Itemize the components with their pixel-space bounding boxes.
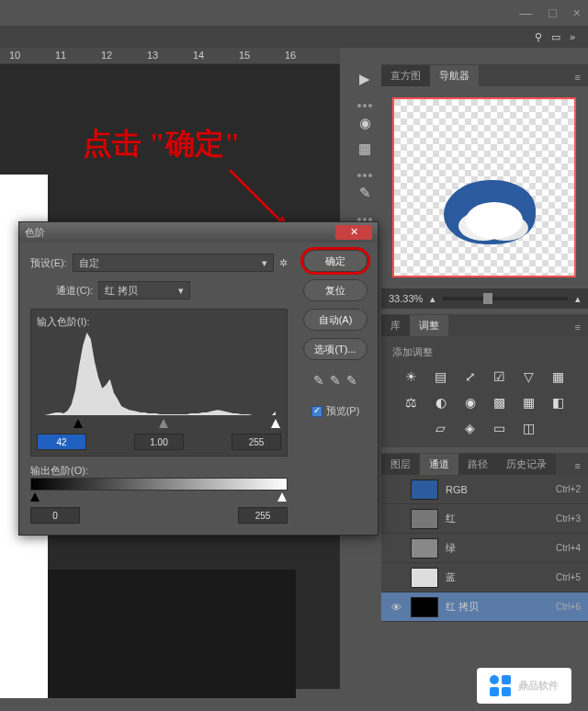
- lookup-icon[interactable]: ▦: [519, 394, 539, 411]
- channel-thumbnail: [411, 480, 438, 500]
- panel-menu-icon[interactable]: ≡: [568, 318, 588, 336]
- preview-checkbox[interactable]: [311, 406, 322, 417]
- channel-thumbnail: [411, 538, 438, 559]
- channel-row[interactable]: 红 Ctrl+3: [381, 504, 588, 534]
- preset-select[interactable]: 自定▾: [73, 254, 274, 272]
- dialog-title: 色阶: [25, 226, 45, 240]
- levels-icon[interactable]: ▤: [431, 368, 451, 385]
- ok-button[interactable]: 确定: [303, 250, 368, 272]
- adjustments-title: 添加调整: [392, 345, 577, 359]
- gear-icon[interactable]: ✲: [279, 257, 288, 269]
- dialog-close-button[interactable]: ✕: [335, 225, 372, 240]
- channel-name: 红 拷贝: [446, 600, 479, 614]
- channel-row[interactable]: 蓝 Ctrl+5: [381, 563, 588, 592]
- channel-thumbnail: [411, 597, 438, 617]
- histogram-chart: [37, 333, 281, 415]
- zoom-value: 33.33%: [389, 293, 423, 304]
- bw-icon[interactable]: ◐: [431, 394, 451, 411]
- tab-histogram[interactable]: 直方图: [381, 65, 430, 86]
- channel-row[interactable]: 绿 Ctrl+4: [381, 534, 588, 563]
- navigator-preview[interactable]: [381, 86, 588, 288]
- tab-channels[interactable]: 通道: [420, 454, 458, 475]
- zoom-in-icon[interactable]: ▴: [575, 293, 581, 305]
- watermark-text: 鼎品软件: [518, 679, 559, 693]
- hue-icon[interactable]: ▦: [548, 368, 569, 385]
- eyedropper-white-icon[interactable]: ✎: [346, 373, 357, 388]
- tab-paths[interactable]: 路径: [458, 454, 497, 475]
- color-icon[interactable]: ◉: [353, 113, 377, 133]
- input-black-value[interactable]: 42: [37, 434, 86, 450]
- channel-thumbnail: [411, 509, 438, 529]
- channel-shortcut: Ctrl+3: [556, 514, 581, 524]
- watermark: 鼎品软件: [477, 668, 571, 704]
- watermark-logo-icon: [490, 675, 511, 696]
- separator-dots: [357, 174, 372, 177]
- tab-adjustments[interactable]: 调整: [410, 315, 448, 336]
- output-white-slider[interactable]: [277, 492, 287, 502]
- reset-button[interactable]: 复位: [303, 279, 368, 301]
- output-black-value[interactable]: 0: [30, 507, 80, 524]
- eyedropper-black-icon[interactable]: ✎: [313, 373, 324, 388]
- eyedropper-gray-icon[interactable]: ✎: [330, 373, 341, 388]
- chevron-down-icon: ▾: [178, 285, 184, 297]
- input-mid-value[interactable]: 1.00: [134, 434, 184, 450]
- ruler-tick: 16: [285, 50, 296, 61]
- output-black-slider[interactable]: [30, 492, 40, 502]
- black-point-slider[interactable]: [74, 419, 83, 428]
- vibrance-icon[interactable]: ▽: [519, 368, 539, 385]
- channel-shortcut: Ctrl+5: [556, 572, 581, 582]
- search-icon[interactable]: ⚲: [535, 31, 542, 43]
- minimize-button[interactable]: —: [519, 6, 532, 20]
- play-icon[interactable]: ▶: [353, 69, 377, 89]
- balance-icon[interactable]: ⚖: [401, 394, 422, 411]
- channel-row[interactable]: 👁 红 拷贝 Ctrl+6: [381, 592, 588, 622]
- input-levels-label: 输入色阶(I):: [37, 315, 281, 329]
- separator-dots: [357, 104, 372, 107]
- mixer-icon[interactable]: ▩: [490, 394, 510, 411]
- channel-select[interactable]: 红 拷贝▾: [98, 281, 190, 299]
- tab-navigator[interactable]: 导航器: [430, 65, 479, 86]
- restore-button[interactable]: □: [548, 6, 556, 20]
- zoom-thumb[interactable]: [483, 293, 492, 304]
- white-point-slider[interactable]: [271, 419, 280, 428]
- channel-row[interactable]: RGB Ctrl+2: [381, 475, 588, 504]
- visibility-icon[interactable]: 👁: [389, 602, 403, 613]
- brush-icon[interactable]: ✎: [353, 183, 377, 203]
- exposure-icon[interactable]: ☑: [490, 368, 510, 385]
- photo-filter-icon[interactable]: ◉: [460, 394, 481, 411]
- channel-name: RGB: [446, 484, 468, 495]
- swatches-icon[interactable]: ▦: [353, 139, 377, 159]
- tab-library[interactable]: 库: [381, 315, 410, 336]
- panel-menu-icon[interactable]: »: [570, 31, 575, 42]
- output-gradient: [30, 478, 288, 491]
- curves-icon[interactable]: ⤢: [460, 368, 481, 385]
- input-slider[interactable]: [37, 419, 281, 430]
- preset-label: 预设(E):: [30, 256, 67, 270]
- zoom-slider[interactable]: [443, 297, 568, 300]
- annotation-text: 点击 "确定": [83, 124, 241, 164]
- invert-icon[interactable]: ◧: [548, 394, 569, 411]
- tab-history[interactable]: 历史记录: [497, 454, 556, 475]
- auto-button[interactable]: 自动(A): [303, 309, 368, 331]
- zoom-out-icon[interactable]: ▴: [430, 293, 435, 305]
- channel-name: 蓝: [446, 570, 456, 584]
- screen-mode-icon[interactable]: ▭: [551, 31, 560, 43]
- tab-layers[interactable]: 图层: [381, 454, 420, 475]
- ruler-tick: 12: [101, 50, 112, 61]
- close-button[interactable]: ×: [573, 6, 581, 20]
- input-white-value[interactable]: 255: [232, 434, 281, 450]
- midtone-slider[interactable]: [159, 419, 168, 428]
- selective-icon[interactable]: ◫: [519, 420, 539, 436]
- svg-marker-2: [37, 333, 276, 415]
- output-white-value[interactable]: 255: [238, 507, 288, 524]
- preview-cloud: [466, 202, 523, 239]
- options-button[interactable]: 选项(T)...: [303, 338, 368, 360]
- threshold-icon[interactable]: ◈: [460, 420, 481, 436]
- channel-shortcut: Ctrl+4: [556, 543, 581, 553]
- panel-menu-icon[interactable]: ≡: [568, 457, 588, 475]
- gradient-map-icon[interactable]: ▭: [490, 420, 510, 436]
- brightness-icon[interactable]: ☀: [401, 368, 422, 385]
- panel-menu-icon[interactable]: ≡: [568, 68, 588, 86]
- output-slider[interactable]: [30, 492, 288, 503]
- posterize-icon[interactable]: ▱: [431, 420, 451, 436]
